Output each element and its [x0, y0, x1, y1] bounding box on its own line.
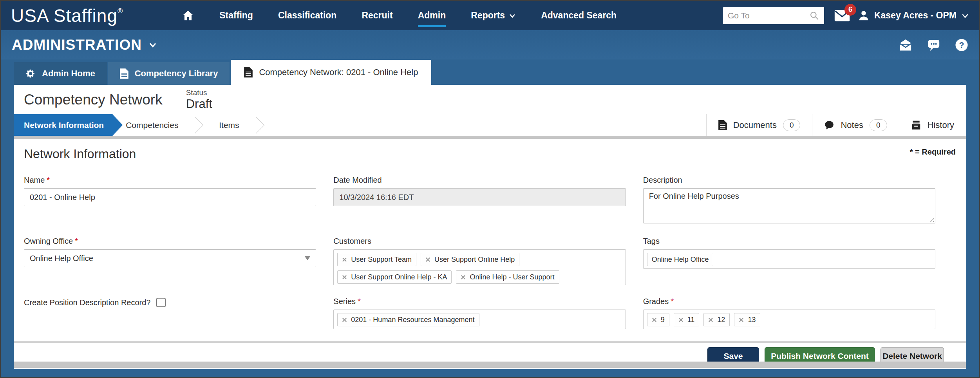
nav-item[interactable]: Classification — [278, 6, 337, 25]
nav-item-label: Reports — [471, 10, 505, 21]
owning-office-label: Owning Office* — [24, 237, 316, 246]
tags-field: Tags Online Help Office — [643, 237, 935, 285]
grade-tag: 12 — [703, 313, 730, 326]
mail-badge: 6 — [844, 4, 856, 16]
tag-label: 13 — [748, 316, 756, 324]
competency-network-panel: Competency Network Status Draft Network … — [14, 85, 966, 362]
nav-item-label: Advanced Search — [541, 10, 617, 21]
logo-text: USA Staffing — [11, 5, 118, 26]
nav-item-label: Admin — [418, 10, 446, 21]
nav-item-label: Staffing — [219, 10, 253, 21]
nav-item[interactable]: Staffing — [219, 6, 253, 25]
notes-button[interactable]: Notes 0 — [812, 114, 899, 136]
grade-tag: 9 — [647, 313, 669, 326]
step-tab[interactable]: Items — [204, 114, 277, 136]
customers-label: Customers — [333, 237, 626, 246]
remove-tag-icon[interactable] — [678, 317, 683, 322]
nav-item[interactable]: Reports — [471, 6, 516, 25]
required-asterisk: * — [671, 297, 674, 306]
tag-label: Online Help - User Support — [470, 273, 554, 281]
administration-title: ADMINISTRATION — [12, 37, 142, 53]
required-asterisk: * — [358, 297, 361, 306]
chevron-separator-icon — [248, 117, 264, 133]
tag-label: 12 — [717, 316, 725, 324]
create-pd-checkbox[interactable] — [156, 298, 166, 307]
nav-item[interactable]: Admin — [418, 6, 446, 25]
gear-icon — [25, 68, 36, 79]
registered-mark: ® — [118, 7, 123, 15]
chevron-down-icon — [509, 12, 516, 19]
nav-item[interactable]: Advanced Search — [541, 6, 617, 25]
divider-band — [14, 136, 966, 139]
administration-menu[interactable]: ADMINISTRATION — [12, 37, 157, 53]
tag-label: User Support Online Help — [434, 256, 515, 264]
tag-label: 0201 - Human Resources Management — [351, 316, 474, 324]
remove-tag-icon[interactable] — [739, 317, 744, 322]
grade-tag: 13 — [734, 313, 760, 326]
chevron-down-icon — [961, 12, 969, 20]
nav-item[interactable]: Recruit — [362, 6, 392, 25]
select-caret-icon — [305, 256, 310, 260]
tab-strip: Admin Home Competency Library Competency… — [14, 59, 966, 85]
tab-competency-network[interactable]: Competency Network: 0201 - Online Help — [231, 60, 431, 85]
help-icon[interactable]: ? — [955, 38, 968, 52]
home-icon[interactable] — [182, 9, 194, 22]
owning-office-value: Online Help Office — [30, 254, 93, 263]
remove-tag-icon[interactable] — [461, 275, 466, 280]
create-pd-label: Create Position Description Record? — [24, 298, 151, 307]
required-asterisk: * — [47, 176, 50, 184]
goto-input[interactable] — [728, 11, 806, 20]
documents-button[interactable]: Documents 0 — [706, 114, 812, 136]
side-tools: Documents 0 Notes 0 History — [706, 114, 966, 136]
remove-tag-icon[interactable] — [708, 317, 713, 322]
description-field: Description For Online Help Purposes — [643, 176, 935, 225]
required-note: * = Required — [910, 148, 956, 157]
create-pd-field: Create Position Description Record? — [24, 297, 316, 329]
description-textarea[interactable]: For Online Help Purposes — [643, 188, 935, 223]
person-icon — [858, 10, 870, 22]
name-input[interactable] — [24, 188, 316, 206]
step-tab-label: Competencies — [126, 121, 178, 130]
remove-tag-icon[interactable] — [652, 317, 657, 322]
series-tag-box[interactable]: 0201 - Human Resources Management — [333, 310, 626, 329]
chat-bubble-icon[interactable] — [927, 38, 941, 52]
step-tabs-row: Network Information Competencies Items — [14, 114, 966, 136]
date-modified-label: Date Modified — [333, 176, 626, 185]
section-heading: Network Information — [24, 147, 136, 161]
tag-label: User Support Team — [351, 256, 412, 264]
status-block: Status Draft — [186, 88, 212, 111]
tab-admin-home[interactable]: Admin Home — [14, 62, 107, 85]
tab-competency-library[interactable]: Competency Library — [108, 62, 230, 85]
usa-staffing-app: USA Staffing® Staffing Classification — [0, 0, 980, 378]
document-icon — [244, 67, 253, 77]
name-label: Name* — [24, 176, 316, 185]
open-envelope-icon[interactable] — [899, 38, 913, 52]
tags-label: Tags — [643, 237, 935, 246]
tag-label: 9 — [661, 316, 665, 324]
owning-office-select[interactable]: Online Help Office — [24, 249, 316, 267]
documents-label: Documents — [733, 120, 777, 130]
app-logo: USA Staffing® — [11, 5, 123, 26]
user-menu[interactable]: Kasey Acres - OPM — [858, 10, 969, 22]
step-tab[interactable]: Network Information — [14, 114, 123, 136]
customers-tag-box[interactable]: User Support Team User Support Online He… — [333, 249, 626, 285]
status-badge: Draft — [186, 97, 212, 111]
top-navbar: USA Staffing® Staffing Classification — [1, 1, 979, 30]
customer-tag: User Support Online Help - KA — [337, 270, 452, 284]
name-field: Name* — [24, 176, 316, 225]
tab-label: Competency Library — [135, 68, 218, 79]
page-title: Competency Network — [24, 92, 163, 108]
mail-icon[interactable]: 6 — [834, 9, 850, 22]
remove-tag-icon[interactable] — [425, 257, 430, 262]
network-information-form: Name* Date Modified Description For Onli… — [14, 166, 966, 341]
archive-icon — [911, 120, 921, 130]
grades-tag-box[interactable]: 9 11 12 — [643, 310, 935, 329]
grades-label: Grades* — [643, 297, 935, 306]
history-label: History — [928, 120, 954, 130]
remove-tag-icon[interactable] — [342, 257, 347, 262]
remove-tag-icon[interactable] — [342, 275, 347, 280]
history-button[interactable]: History — [899, 114, 966, 136]
tags-tag-box[interactable]: Online Help Office — [643, 249, 935, 269]
step-tab[interactable]: Competencies — [123, 114, 204, 136]
remove-tag-icon[interactable] — [342, 317, 347, 322]
